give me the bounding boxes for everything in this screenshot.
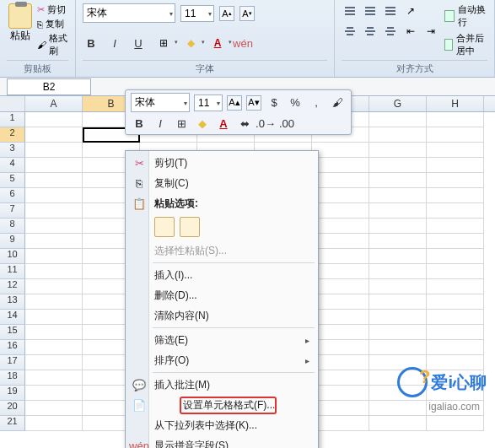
mini-bold[interactable]: B bbox=[131, 115, 148, 132]
font-size-select[interactable]: 11▾ bbox=[180, 5, 214, 22]
cell[interactable] bbox=[312, 340, 369, 355]
row-header[interactable]: 18 bbox=[0, 370, 25, 386]
orientation-button[interactable]: ↗ bbox=[402, 3, 419, 19]
column-header[interactable]: H bbox=[427, 96, 484, 111]
bold-button[interactable]: B bbox=[83, 35, 100, 51]
row-header[interactable]: 19 bbox=[0, 386, 25, 401]
ctx-cut[interactable]: ✂剪切(T) bbox=[127, 153, 316, 173]
row-header[interactable]: 14 bbox=[0, 310, 25, 325]
ctx-insert-comment[interactable]: 💬插入批注(M) bbox=[127, 375, 316, 395]
row-header[interactable]: 6 bbox=[0, 188, 25, 203]
row-header[interactable]: 2 bbox=[0, 127, 25, 143]
mini-decrease-font[interactable]: A▾ bbox=[246, 95, 261, 111]
underline-button[interactable]: U bbox=[130, 35, 147, 51]
cell[interactable] bbox=[25, 188, 83, 203]
row-header[interactable]: 4 bbox=[0, 158, 25, 173]
cell[interactable] bbox=[369, 127, 427, 143]
row-header[interactable]: 20 bbox=[0, 401, 25, 416]
cell[interactable] bbox=[25, 325, 83, 340]
ctx-clear[interactable]: 清除内容(N) bbox=[127, 305, 316, 326]
cell[interactable] bbox=[25, 279, 83, 294]
cell[interactable] bbox=[312, 143, 369, 158]
cell[interactable] bbox=[25, 401, 83, 416]
mini-size-select[interactable]: 11▾ bbox=[194, 94, 223, 111]
cell[interactable] bbox=[427, 127, 484, 143]
ctx-delete[interactable]: 删除(D)... bbox=[127, 285, 316, 305]
mini-inc-decimal[interactable]: .0→ bbox=[257, 115, 274, 132]
cell[interactable] bbox=[312, 279, 369, 294]
cell[interactable] bbox=[427, 264, 484, 279]
format-painter-button[interactable]: 🖌格式刷 bbox=[37, 32, 68, 57]
select-all-corner[interactable] bbox=[0, 96, 25, 111]
cell[interactable] bbox=[427, 325, 484, 340]
cell[interactable] bbox=[25, 173, 83, 188]
cell[interactable] bbox=[369, 294, 427, 310]
align-center-button[interactable] bbox=[362, 24, 379, 39]
row-header[interactable]: 17 bbox=[0, 355, 25, 370]
cell[interactable] bbox=[25, 127, 83, 143]
cell[interactable] bbox=[312, 386, 369, 401]
ctx-dropdown-select[interactable]: 从下拉列表中选择(K)... bbox=[127, 415, 316, 435]
row-header[interactable]: 10 bbox=[0, 249, 25, 264]
mini-border[interactable]: ⊞ bbox=[173, 115, 190, 132]
mini-italic[interactable]: I bbox=[152, 115, 169, 132]
decrease-indent-button[interactable]: ⇤ bbox=[402, 24, 419, 39]
cell[interactable] bbox=[369, 264, 427, 279]
ctx-paste-special[interactable]: 选择性粘贴(S)... bbox=[127, 240, 316, 261]
mini-dec-decimal[interactable]: .00 bbox=[278, 115, 295, 132]
row-header[interactable]: 15 bbox=[0, 325, 25, 340]
column-header[interactable]: A bbox=[25, 96, 83, 111]
cell[interactable] bbox=[25, 264, 83, 279]
paste-option-1[interactable] bbox=[154, 217, 175, 237]
cell[interactable] bbox=[427, 234, 484, 249]
cell[interactable] bbox=[312, 416, 369, 431]
cell[interactable] bbox=[312, 173, 369, 188]
cell[interactable] bbox=[427, 173, 484, 188]
cell[interactable] bbox=[427, 219, 484, 234]
border-button[interactable]: ⊞ bbox=[153, 35, 174, 51]
cell[interactable] bbox=[369, 173, 427, 188]
cell[interactable] bbox=[369, 401, 427, 416]
column-header[interactable]: G bbox=[369, 96, 427, 111]
cell[interactable] bbox=[25, 158, 83, 173]
cell[interactable] bbox=[369, 203, 427, 219]
row-header[interactable]: 1 bbox=[0, 112, 25, 127]
ctx-sort[interactable]: 排序(O)▸ bbox=[127, 350, 316, 370]
row-header[interactable]: 3 bbox=[0, 143, 25, 158]
cell[interactable] bbox=[312, 370, 369, 386]
cell[interactable] bbox=[369, 219, 427, 234]
cell[interactable] bbox=[25, 219, 83, 234]
cell[interactable] bbox=[369, 143, 427, 158]
merge-center-button[interactable]: 合并后居中 bbox=[444, 32, 487, 57]
increase-font-button[interactable]: A▴ bbox=[219, 6, 234, 21]
cell[interactable] bbox=[427, 188, 484, 203]
cell[interactable] bbox=[427, 294, 484, 310]
row-header[interactable]: 11 bbox=[0, 264, 25, 279]
ctx-phonetic[interactable]: wén显示拼音字段(S) bbox=[127, 435, 316, 448]
cell[interactable] bbox=[427, 158, 484, 173]
mini-comma-button[interactable]: , bbox=[308, 94, 325, 111]
mini-font-select[interactable]: 宋体▾ bbox=[131, 93, 190, 112]
cell[interactable] bbox=[25, 370, 83, 386]
cell[interactable] bbox=[25, 386, 83, 401]
row-header[interactable]: 12 bbox=[0, 279, 25, 294]
row-header[interactable]: 13 bbox=[0, 294, 25, 310]
cell[interactable] bbox=[25, 203, 83, 219]
wrap-text-button[interactable]: 自动换行 bbox=[444, 3, 487, 29]
cell[interactable] bbox=[369, 416, 427, 431]
cell[interactable] bbox=[312, 355, 369, 370]
cell[interactable] bbox=[312, 234, 369, 249]
cell[interactable] bbox=[25, 112, 83, 127]
mini-currency-button[interactable]: $ bbox=[266, 94, 282, 111]
cell[interactable] bbox=[312, 310, 369, 325]
cell[interactable] bbox=[25, 143, 83, 158]
phonetic-button[interactable]: wén bbox=[234, 35, 251, 51]
cell[interactable] bbox=[312, 325, 369, 340]
mini-increase-font[interactable]: A▴ bbox=[227, 95, 242, 111]
cell[interactable] bbox=[427, 203, 484, 219]
paste-option-2[interactable] bbox=[180, 217, 200, 237]
font-color-button[interactable]: A bbox=[207, 35, 228, 51]
name-box[interactable]: B2 bbox=[7, 78, 91, 95]
row-header[interactable]: 16 bbox=[0, 340, 25, 355]
cell[interactable] bbox=[312, 203, 369, 219]
